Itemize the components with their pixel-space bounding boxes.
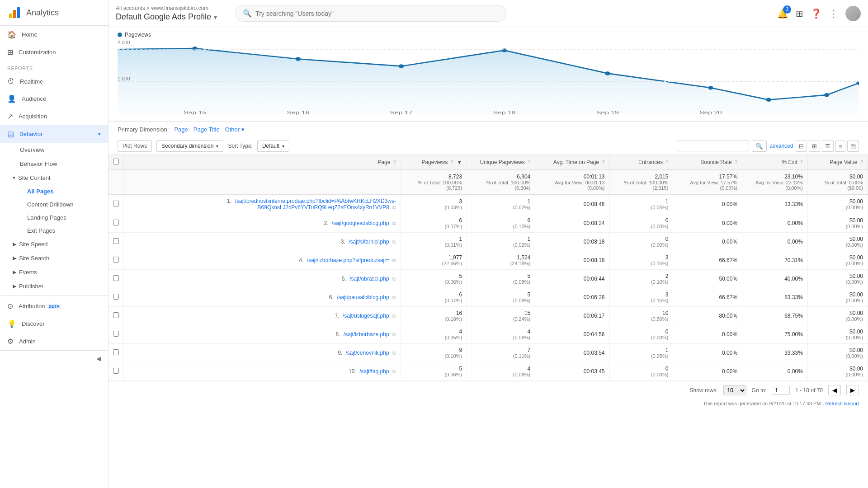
svg-point-9: [708, 86, 713, 90]
row-select-3[interactable]: [113, 257, 119, 263]
search-input[interactable]: [255, 10, 499, 17]
sidebar-item-overview[interactable]: Overview: [0, 143, 108, 157]
entrances-help-icon[interactable]: ?: [665, 160, 668, 165]
row-page-link-1[interactable]: /sajt/googleadsblog.php: [332, 220, 389, 226]
row-select-6[interactable]: [113, 312, 119, 318]
show-rows-select[interactable]: 10 25 50 100: [723, 385, 746, 395]
row-copy-icon-4[interactable]: ⧉: [392, 276, 396, 282]
sidebar-item-home[interactable]: 🏠 Home: [0, 26, 108, 43]
advanced-link[interactable]: advanced: [769, 143, 793, 149]
row-select-2[interactable]: [113, 238, 119, 244]
row-page-link-5[interactable]: /sajt/pausalciblog.php: [337, 294, 389, 300]
row-select-5[interactable]: [113, 294, 119, 300]
row-page-link-3[interactable]: /sajt/izborbaze.php?sifpreduzsajt=: [307, 257, 389, 263]
row-copy-icon-7[interactable]: ⧉: [392, 332, 396, 337]
prev-page-button[interactable]: ◀: [828, 385, 841, 395]
help-button[interactable]: ❓: [811, 8, 822, 19]
row-select-9[interactable]: [113, 368, 119, 374]
sidebar-item-exit-pages[interactable]: Exit Pages: [0, 224, 108, 237]
bounce-rate-help-icon[interactable]: ?: [735, 160, 737, 165]
sidebar-item-content-drilldown[interactable]: Content Drilldown: [0, 198, 108, 211]
bounce-rate-column-header[interactable]: Bounce Rate ?: [673, 155, 742, 170]
term-cloud-view-button[interactable]: ≡: [835, 141, 845, 152]
sidebar-item-events[interactable]: ▶ Events: [0, 265, 108, 279]
table-row: 9. /sajt/cenovnik.php ⧉ 9 (0.10%) 7 (0.1…: [108, 344, 868, 362]
profile-selector[interactable]: Default Google Ads Profile ▾: [116, 12, 217, 22]
row-bounce-rate-1: 0.00%: [673, 214, 742, 233]
row-page-link-7[interactable]: /sajt/izborbaze.php: [344, 331, 389, 338]
next-page-button[interactable]: ▶: [846, 385, 859, 395]
sidebar-item-publisher[interactable]: ▶ Publisher: [0, 279, 108, 293]
pageviews-column-header[interactable]: Pageviews ? ▼: [401, 155, 467, 170]
row-copy-icon-9[interactable]: ⧉: [392, 369, 396, 374]
user-avatar[interactable]: [845, 6, 861, 21]
performance-view-button[interactable]: ▤: [847, 141, 859, 152]
table-view-button[interactable]: ⊟: [796, 141, 807, 152]
dim-page-title-link[interactable]: Page Title: [193, 126, 220, 133]
row-bounce-rate-5: 66.67%: [673, 288, 742, 307]
select-all-checkbox[interactable]: [113, 159, 119, 164]
dim-other-link[interactable]: Other ▾: [225, 126, 245, 133]
go-to-label: Go to:: [752, 387, 767, 394]
pct-exit-help-icon[interactable]: ?: [800, 160, 803, 165]
sidebar-collapse-button[interactable]: ◀: [0, 350, 108, 366]
sidebar-item-attribution[interactable]: ⊙ Attribution BETA: [0, 297, 108, 315]
sidebar-item-customization[interactable]: ⊞ Customization: [0, 43, 108, 61]
sidebar-item-behavior-flow[interactable]: Behavior Flow: [0, 157, 108, 171]
plot-rows-button[interactable]: Plot Rows: [118, 140, 152, 152]
dim-page-link[interactable]: Page: [174, 126, 188, 133]
sidebar-item-site-speed[interactable]: ▶ Site Speed: [0, 237, 108, 251]
notifications-button[interactable]: 🔔 3: [777, 8, 788, 19]
row-copy-icon-0[interactable]: ⧉: [392, 205, 396, 210]
row-copy-icon-1[interactable]: ⧉: [392, 221, 396, 226]
publisher-expand-icon: ▶: [13, 283, 16, 289]
page-help-icon[interactable]: ?: [393, 160, 396, 165]
sidebar-item-realtime[interactable]: ⏱ Realtime: [0, 73, 108, 90]
pivot-view-button[interactable]: ⊞: [809, 141, 820, 152]
apps-grid-button[interactable]: ⊞: [796, 8, 803, 19]
more-options-button[interactable]: ⋮: [829, 8, 838, 19]
row-copy-icon-2[interactable]: ⧉: [392, 239, 396, 244]
avg-time-column-header[interactable]: Avg. Time on Page ?: [535, 155, 609, 170]
sidebar-item-discover[interactable]: 💡 Discover: [0, 315, 108, 333]
sidebar-item-audience[interactable]: 👤 Audience: [0, 90, 108, 108]
unique-pageviews-column-header[interactable]: Unique Pageviews ?: [467, 155, 535, 170]
filter-search-button[interactable]: 🔍: [752, 141, 767, 152]
filter-search-input[interactable]: [677, 141, 749, 151]
comparison-view-button[interactable]: ☰: [822, 141, 834, 152]
sidebar-item-behavior[interactable]: ▤ Behavior ▾: [0, 125, 108, 143]
row-page-link-0[interactable]: /sajt/prednostiinternetprodaje.php?fbcli…: [235, 198, 396, 211]
refresh-report-link[interactable]: Refresh Report: [825, 401, 859, 406]
row-copy-icon-8[interactable]: ⧉: [392, 350, 396, 356]
row-page-link-9[interactable]: /sajt/faq.php: [359, 368, 389, 375]
row-page-link-6[interactable]: /sajt/uslugesajt.php: [343, 313, 389, 319]
row-select-8[interactable]: [113, 349, 119, 355]
row-select-7[interactable]: [113, 331, 119, 337]
page-value-help-icon[interactable]: ?: [860, 160, 863, 165]
search-bar[interactable]: 🔍: [235, 5, 506, 22]
row-copy-icon-5[interactable]: ⧉: [392, 295, 396, 300]
go-to-input[interactable]: [772, 386, 790, 395]
entrances-column-header[interactable]: Entrances ?: [609, 155, 673, 170]
sidebar-item-admin[interactable]: ⚙ Admin: [0, 333, 108, 350]
sidebar-item-site-search[interactable]: ▶ Site Search: [0, 251, 108, 265]
avg-time-help-icon[interactable]: ?: [602, 160, 604, 165]
row-copy-icon-6[interactable]: ⧉: [392, 313, 396, 319]
row-select-4[interactable]: [113, 275, 119, 281]
row-page-link-2[interactable]: /sajt/sifarnici.php: [349, 239, 389, 245]
pct-exit-column-header[interactable]: % Exit ?: [742, 155, 808, 170]
row-page-link-4[interactable]: /sajt/obrasci.php: [349, 276, 389, 282]
sidebar-item-all-pages[interactable]: All Pages: [0, 185, 108, 198]
page-value-column-header[interactable]: Page Value ?: [807, 155, 868, 170]
sort-type-dropdown[interactable]: Default ▾: [257, 140, 289, 152]
pageviews-help-icon[interactable]: ?: [451, 160, 453, 165]
unique-pv-help-icon[interactable]: ?: [528, 160, 530, 165]
row-page-link-8[interactable]: /sajt/cenovnik.php: [346, 350, 389, 356]
sidebar-item-site-content[interactable]: ▾ Site Content: [0, 171, 108, 185]
row-select-1[interactable]: [113, 220, 119, 225]
secondary-dimension-dropdown[interactable]: Secondary dimension ▾: [156, 140, 223, 152]
row-copy-icon-3[interactable]: ⧉: [392, 258, 396, 263]
sidebar-item-acquisition[interactable]: ↗ Acquisition: [0, 108, 108, 125]
row-select-0[interactable]: [113, 201, 119, 206]
sidebar-item-landing-pages[interactable]: Landing Pages: [0, 211, 108, 224]
